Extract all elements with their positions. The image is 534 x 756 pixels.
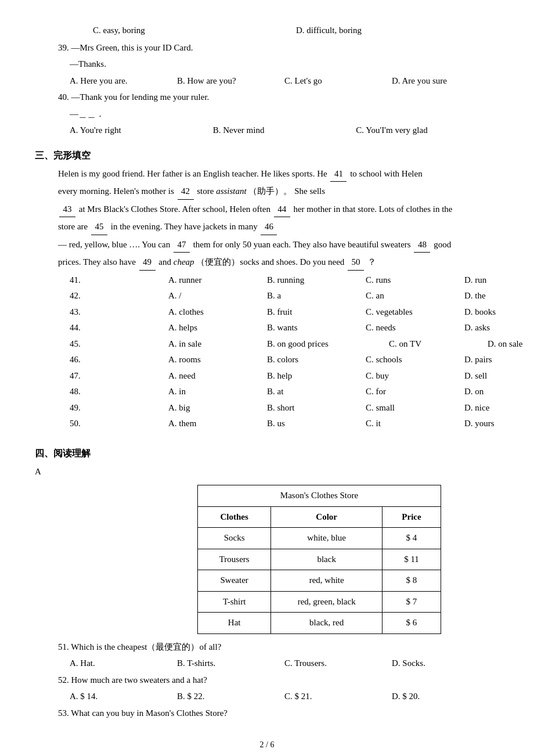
q40b-line: —＿＿．	[35, 107, 499, 122]
passage1-text: Helen is my good friend. Her father is a…	[58, 169, 327, 178]
q47-num: 47.	[70, 369, 168, 384]
passage-line1: Helen is my good friend. Her father is a…	[35, 167, 499, 182]
passage1b-text: to school with Helen	[350, 169, 423, 178]
passage2b-text: store	[197, 186, 214, 196]
q39-c: C. Let's go	[284, 74, 392, 89]
q47-a: A. need	[168, 369, 267, 384]
q44-num: 44.	[70, 321, 168, 336]
q46-num: 46.	[70, 352, 168, 368]
q42-a: A. /	[168, 289, 267, 304]
q42-b: B. a	[267, 289, 366, 304]
passage5-text: — red, yellow, blue …. You can	[58, 240, 170, 249]
passage6c-text: cheap	[174, 257, 194, 267]
q51-text: 51. Which is the cheapest（最便宜的）of all?	[35, 640, 499, 655]
q49-b: B. short	[267, 401, 366, 416]
table-row: Socks white, blue $ 4	[198, 528, 441, 549]
q52-b: B. $ 22.	[177, 689, 284, 704]
q48-options: 48. A. in B. at C. for D. on	[35, 384, 499, 399]
q44-c: C. needs	[366, 321, 464, 336]
q44-b: B. wants	[267, 321, 366, 336]
blank46: 46	[261, 219, 277, 235]
q43-a: A. clothes	[168, 305, 267, 320]
q48-c: C. for	[366, 384, 464, 399]
passage5b-text: them for only 50 yuan each. They also ha…	[193, 240, 411, 249]
table-row: Trousers black $ 11	[198, 549, 441, 570]
row2-color: black	[271, 549, 383, 570]
q44-a: A. helps	[168, 321, 267, 336]
col-color: Color	[271, 506, 383, 528]
q44-options: 44. A. helps B. wants C. needs D. asks	[35, 321, 499, 336]
q46-c: C. schools	[366, 352, 464, 368]
q40-b: B. Never mind	[213, 123, 356, 138]
q41-options: 41. A. runner B. running C. runs D. run	[35, 273, 499, 288]
row1-color: white, blue	[271, 528, 383, 549]
blank43: 43	[59, 202, 75, 218]
row1-price: $ 4	[382, 528, 441, 549]
col-clothes: Clothes	[198, 506, 271, 528]
q45-num: 45.	[70, 337, 168, 352]
passage4b-text: in the evening. They have jackets in man…	[111, 222, 258, 231]
option-c-easy-boring: C. easy, boring	[93, 23, 296, 38]
q48-a: A. in	[168, 384, 267, 399]
q40-c: C. You'I'm very glad	[356, 123, 499, 138]
section-a-label: A	[35, 465, 499, 480]
q51-options: A. Hat. B. T-shirts. C. Trousers. D. Soc…	[35, 656, 499, 671]
clothes-table: Mason's Clothes Store Clothes Color Pric…	[197, 485, 441, 634]
q51-d: D. Socks.	[392, 656, 499, 671]
q44-d: D. asks	[464, 321, 534, 336]
q45-b: B. on good prices	[267, 337, 389, 352]
passage3-text: at Mrs Black's Clothes Store. After scho…	[79, 204, 270, 214]
passage6-text: prices. They also have	[58, 257, 136, 267]
q39-b: B. How are you?	[177, 74, 284, 89]
table-title: Mason's Clothes Store	[198, 485, 441, 507]
q47-d: D. sell	[464, 369, 534, 384]
q50-num: 50.	[70, 416, 168, 431]
q42-d: D. the	[464, 289, 534, 304]
q50-b: B. us	[267, 416, 366, 431]
row5-color: black, red	[271, 613, 383, 634]
row2-price: $ 11	[382, 549, 441, 570]
option-d-difficult-boring: D. difficult, boring	[296, 23, 499, 38]
q49-a: A. big	[168, 401, 267, 416]
q45-options: 45. A. in sale B. on good prices C. on T…	[35, 337, 499, 352]
row2-item: Trousers	[198, 549, 271, 570]
blank49: 49	[139, 255, 156, 271]
q43-options: 43. A. clothes B. fruit C. vegetables D.…	[35, 305, 499, 320]
blank42: 42	[178, 184, 194, 200]
passage-line6: prices. They also have 49 and cheap （便宜的…	[35, 255, 499, 271]
q46-b: B. colors	[267, 352, 366, 368]
row5-price: $ 6	[382, 613, 441, 634]
blank47: 47	[174, 237, 190, 253]
passage-line2: every morning. Helen's mother is 42 stor…	[35, 184, 499, 200]
q39-options: A. Here you are. B. How are you? C. Let'…	[35, 74, 499, 89]
blank50: 50	[348, 255, 364, 271]
q45-a: A. in sale	[168, 337, 267, 352]
q41-a: A. runner	[168, 273, 267, 288]
table-row: T-shirt red, green, black $ 7	[198, 591, 441, 613]
q42-options: 42. A. / B. a C. an D. the	[35, 289, 499, 304]
q43-b: B. fruit	[267, 305, 366, 320]
q50-c: C. it	[366, 416, 464, 431]
passage2d-text: （助手）。 She sells	[248, 186, 325, 196]
row4-color: red, green, black	[271, 591, 383, 613]
q50-a: A. them	[168, 416, 267, 431]
row4-item: T-shirt	[198, 591, 271, 613]
q51-c: C. Trousers.	[284, 656, 392, 671]
passage2c-text: assistant	[216, 186, 247, 196]
q50-d: D. yours	[464, 416, 534, 431]
q39-a: A. Here you are.	[70, 74, 177, 89]
q52-options: A. $ 14. B. $ 22. C. $ 21. D. $ 20.	[35, 689, 499, 704]
passage4-text: store are	[58, 222, 88, 231]
passage-line3: 43 at Mrs Black's Clothes Store. After s…	[35, 202, 499, 218]
q48-b: B. at	[267, 384, 366, 399]
q41-c: C. runs	[366, 273, 464, 288]
q42-c: C. an	[366, 289, 464, 304]
q41-num: 41.	[70, 273, 168, 288]
passage2-text: every morning. Helen's mother is	[58, 186, 174, 196]
q52-a: A. $ 14.	[70, 689, 177, 704]
q45-d: D. on sale	[488, 337, 534, 352]
blank48: 48	[414, 237, 430, 253]
q52-d: D. $ 20.	[392, 689, 499, 704]
row5-item: Hat	[198, 613, 271, 634]
q43-c: C. vegetables	[366, 305, 464, 320]
